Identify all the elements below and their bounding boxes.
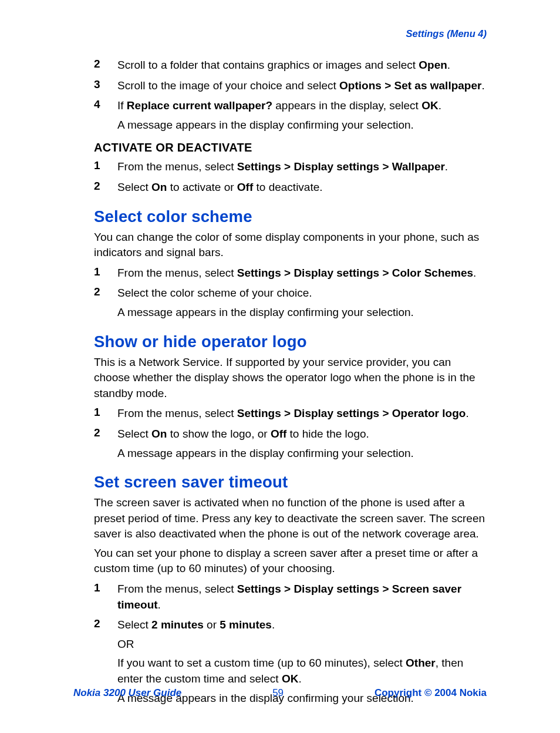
screen-saver-intro1: The screen saver is activated when no fu… <box>94 495 487 542</box>
color-scheme-heading: Select color scheme <box>94 207 487 226</box>
step-text: From the menus, select Settings > Displa… <box>117 581 487 613</box>
step-text: Scroll to the image of your choice and s… <box>117 78 487 94</box>
footer-left: Nokia 3200 User Guide <box>73 687 181 699</box>
step-continuation: A message appears in the display confirm… <box>117 305 487 321</box>
list-item: 2Scroll to a folder that contains graphi… <box>94 58 487 73</box>
step-text: Select On to show the logo, or Off to hi… <box>117 426 487 442</box>
footer-page-number: 59 <box>272 687 284 699</box>
step-number: 4 <box>94 98 117 114</box>
body-content: 2Scroll to a folder that contains graphi… <box>94 58 487 706</box>
step-continuation: A message appears in the display confirm… <box>117 117 487 133</box>
step-text: If Replace current wallpaper? appears in… <box>117 98 487 114</box>
step-number: 1 <box>94 581 117 613</box>
step-number: 2 <box>94 180 117 196</box>
step-continuation: If you want to set a custom time (up to … <box>117 655 487 687</box>
step-number: 2 <box>94 285 117 301</box>
step-text: Select 2 minutes or 5 minutes. <box>117 617 487 633</box>
activate-steps: 1From the menus, select Settings > Displ… <box>94 159 487 195</box>
operator-logo-intro: This is a Network Service. If supported … <box>94 355 487 402</box>
step-text: Select the color scheme of your choice. <box>117 285 487 301</box>
step-number: 1 <box>94 406 117 422</box>
operator-logo-steps: 1From the menus, select Settings > Displ… <box>94 406 487 461</box>
list-item: 1From the menus, select Settings > Displ… <box>94 406 487 422</box>
step-continuation: OR <box>117 637 487 653</box>
list-item: 2Select On to activate or Off to deactiv… <box>94 180 487 196</box>
list-item: 1From the menus, select Settings > Displ… <box>94 159 487 175</box>
step-number: 2 <box>94 58 117 73</box>
step-number: 1 <box>94 265 117 281</box>
page-header: Settings (Menu 4) <box>406 28 487 39</box>
footer: Nokia 3200 User Guide 59 Copyright © 200… <box>73 687 487 699</box>
list-item: 2Select 2 minutes or 5 minutes. <box>94 617 487 633</box>
step-text: Scroll to a folder that contains graphic… <box>117 58 487 73</box>
list-item: 3Scroll to the image of your choice and … <box>94 78 487 94</box>
step-text: From the menus, select Settings > Displa… <box>117 406 487 422</box>
step-text: From the menus, select Settings > Displa… <box>117 265 487 281</box>
list-item: 2Select the color scheme of your choice. <box>94 285 487 301</box>
step-text: Select On to activate or Off to deactiva… <box>117 180 487 196</box>
color-scheme-steps: 1From the menus, select Settings > Displ… <box>94 265 487 321</box>
screen-saver-heading: Set screen saver timeout <box>94 473 487 492</box>
step-number: 3 <box>94 78 117 94</box>
step-continuation: A message appears in the display confirm… <box>117 446 487 462</box>
list-item: 1From the menus, select Settings > Displ… <box>94 581 487 613</box>
step-number: 2 <box>94 617 117 633</box>
footer-right: Copyright © 2004 Nokia <box>375 687 487 699</box>
screen-saver-intro2: You can set your phone to display a scre… <box>94 546 487 577</box>
step-number: 1 <box>94 159 117 175</box>
step-number: 2 <box>94 426 117 442</box>
list-item: 2Select On to show the logo, or Off to h… <box>94 426 487 442</box>
list-item: 1From the menus, select Settings > Displ… <box>94 265 487 281</box>
top-steps: 2Scroll to a folder that contains graphi… <box>94 58 487 133</box>
color-scheme-intro: You can change the color of some display… <box>94 230 487 261</box>
activate-subhead: ACTIVATE OR DEACTIVATE <box>94 141 487 154</box>
list-item: 4If Replace current wallpaper? appears i… <box>94 98 487 114</box>
operator-logo-heading: Show or hide operator logo <box>94 332 487 351</box>
step-text: From the menus, select Settings > Displa… <box>117 159 487 175</box>
